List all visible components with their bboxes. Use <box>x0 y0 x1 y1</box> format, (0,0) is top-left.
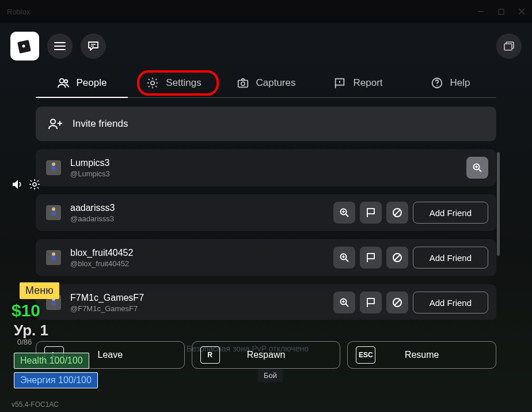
version-label: v55.4-FOC1AC <box>12 400 59 409</box>
report-icon[interactable] <box>360 292 382 313</box>
svg-line-63 <box>345 304 348 307</box>
layers-button[interactable] <box>496 33 522 59</box>
player-name: Lumpics3 <box>70 158 457 168</box>
resume-button[interactable]: ESC Resume <box>347 341 496 369</box>
svg-line-45 <box>394 210 400 216</box>
chat-button[interactable] <box>81 33 106 59</box>
inspect-icon[interactable] <box>333 247 355 269</box>
player-info: Lumpics3@Lumpics3 <box>70 158 457 178</box>
player-handle: @F7M1c_GamesF7 <box>70 304 324 313</box>
button-label: Resume <box>405 350 439 360</box>
scrollbar[interactable] <box>497 152 500 256</box>
gear-icon <box>146 77 159 89</box>
svg-line-57 <box>394 255 400 260</box>
player-row[interactable]: F7M1c_GamesF7@F7M1c_GamesF7Add Friend <box>36 284 496 320</box>
tab-help[interactable]: Help <box>404 68 496 97</box>
avatar <box>46 250 61 265</box>
hud-energy-bar: Энергия 100/100 <box>14 372 98 388</box>
svg-rect-47 <box>51 256 56 260</box>
inspect-icon[interactable] <box>333 202 355 224</box>
svg-rect-29 <box>54 171 56 173</box>
tab-label: Settings <box>166 77 201 89</box>
invite-label: Invite friends <box>73 118 128 130</box>
svg-point-5 <box>22 45 25 48</box>
svg-point-17 <box>241 82 244 85</box>
player-handle: @aadarisss3 <box>70 214 324 223</box>
tab-label: Captures <box>256 77 296 89</box>
button-label: Leave <box>98 350 123 360</box>
hud-audio-controls <box>12 179 40 190</box>
svg-rect-42 <box>367 209 374 214</box>
svg-rect-61 <box>54 305 56 308</box>
people-content: Invite friends Lumpics3@Lumpics3aadariss… <box>36 107 496 320</box>
add-friend-button[interactable]: Add Friend <box>413 292 488 313</box>
svg-rect-27 <box>51 166 56 171</box>
svg-point-22 <box>436 85 438 86</box>
svg-rect-59 <box>51 301 56 305</box>
combat-indicator: Бой <box>258 369 283 382</box>
report-icon[interactable] <box>360 247 382 269</box>
tab-report[interactable]: Report <box>312 68 404 97</box>
svg-rect-12 <box>504 44 512 50</box>
avatar <box>46 205 61 220</box>
hud-health-bar: Health 100/100 <box>14 353 89 369</box>
svg-point-46 <box>52 252 55 256</box>
player-name: F7M1c_GamesF7 <box>70 293 324 303</box>
svg-point-13 <box>59 78 63 82</box>
svg-rect-37 <box>54 216 56 218</box>
settings-cog-icon[interactable] <box>29 179 40 190</box>
block-icon[interactable] <box>386 247 408 269</box>
player-actions <box>466 157 488 179</box>
tab-people[interactable]: People <box>36 68 128 97</box>
block-icon[interactable] <box>386 292 408 313</box>
bottom-buttons: L Leave R Respawn ESC Resume <box>36 341 496 369</box>
inspect-icon[interactable] <box>333 292 355 313</box>
tab-label: Help <box>450 77 470 89</box>
flag-icon <box>333 77 346 89</box>
hud-xp: 0/86 <box>17 338 32 346</box>
key-badge: R <box>200 346 220 364</box>
player-row[interactable]: aadarisss3@aadarisss3Add Friend <box>36 194 496 231</box>
player-handle: @Lumpics3 <box>70 169 457 178</box>
tab-label: People <box>77 77 107 89</box>
block-icon[interactable] <box>386 202 408 224</box>
invite-friends-button[interactable]: Invite friends <box>36 107 496 141</box>
player-info: F7M1c_GamesF7@F7M1c_GamesF7 <box>70 293 324 313</box>
camera-icon <box>237 77 249 89</box>
inspect-icon[interactable] <box>466 157 488 179</box>
topbar <box>0 29 532 63</box>
tab-captures[interactable]: Captures <box>220 68 312 97</box>
player-row[interactable]: Lumpics3@Lumpics3 <box>36 149 496 186</box>
player-name: blox_fruit40452 <box>70 248 324 258</box>
player-actions: Add Friend <box>333 247 488 269</box>
player-row[interactable]: blox_fruit40452@blox_fruit40452Add Frien… <box>36 239 496 276</box>
svg-rect-66 <box>367 298 374 304</box>
svg-rect-36 <box>51 216 53 218</box>
hamburger-menu-button[interactable] <box>47 33 73 59</box>
svg-point-70 <box>33 183 36 186</box>
svg-line-69 <box>394 300 400 305</box>
respawn-button[interactable]: R Respawn <box>192 341 341 369</box>
player-name: aadarisss3 <box>70 203 324 213</box>
svg-rect-60 <box>51 305 53 308</box>
svg-point-15 <box>151 81 154 84</box>
report-icon[interactable] <box>360 202 382 224</box>
tab-settings[interactable]: Settings <box>128 68 220 97</box>
svg-rect-28 <box>51 171 53 173</box>
tabs: People Settings Captures Report Help <box>36 68 496 98</box>
tab-label: Report <box>353 77 382 89</box>
svg-point-34 <box>52 207 55 211</box>
svg-line-51 <box>345 259 348 262</box>
svg-line-39 <box>345 214 348 217</box>
svg-line-31 <box>479 169 482 172</box>
volume-icon[interactable] <box>12 179 24 190</box>
svg-point-14 <box>64 80 67 83</box>
add-friend-button[interactable]: Add Friend <box>413 247 488 269</box>
svg-point-26 <box>52 162 55 166</box>
hud-menu-button[interactable]: Меню <box>20 282 59 299</box>
svg-rect-48 <box>51 260 53 263</box>
player-actions: Add Friend <box>333 292 488 313</box>
roblox-logo-button[interactable] <box>10 32 39 61</box>
add-friend-button[interactable]: Add Friend <box>413 202 488 224</box>
hud-level: Ур. 1 <box>14 322 48 339</box>
